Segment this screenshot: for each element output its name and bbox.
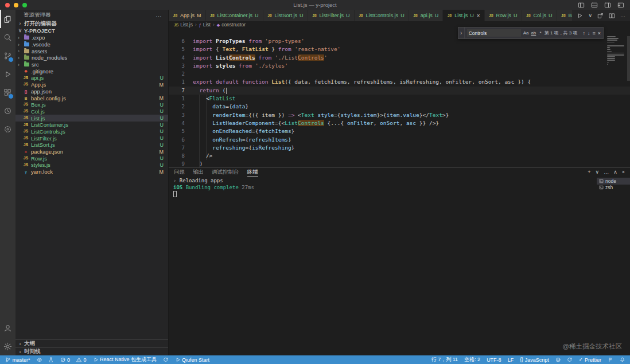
terminal-list-item-zsh[interactable]: zsh: [597, 185, 630, 191]
clock-activity-button[interactable]: [0, 101, 15, 120]
code-line[interactable]: 9 ): [169, 160, 630, 167]
files-activity-button[interactable]: [0, 10, 15, 28]
file-item-ListContainer.js[interactable]: JSListContainer.jsU: [15, 122, 168, 128]
layout-customize-icon[interactable]: [617, 2, 624, 9]
react-native-packager[interactable]: React Native 包生成工具: [93, 356, 157, 363]
split-editor-icon[interactable]: [609, 13, 615, 19]
open-editors-section[interactable]: › 打开的编辑器: [15, 20, 168, 27]
panel-tab-问题[interactable]: 问题: [174, 168, 185, 177]
code-line[interactable]: 1export default function List({ data, fe…: [169, 78, 630, 86]
file-item-List.js[interactable]: JSList.jsU: [15, 115, 168, 122]
chevron-down-icon[interactable]: ∨: [596, 170, 600, 175]
file-item-Col.js[interactable]: JSCol.jsU: [15, 108, 168, 115]
extensions-activity-button[interactable]: [0, 83, 15, 101]
terminal-list-item-node[interactable]: node: [597, 178, 630, 185]
match-case-icon[interactable]: Aa: [523, 30, 529, 36]
cursor-position[interactable]: 行 7，列 11: [431, 356, 458, 363]
file-item-ListControls.js[interactable]: JSListControls.jsU: [15, 128, 168, 135]
panel-tab-输出[interactable]: 输出: [193, 168, 204, 177]
layout-sidebar-left-icon[interactable]: [578, 2, 585, 9]
more-actions-icon[interactable]: …: [620, 13, 625, 18]
file-item-Row.js[interactable]: JSRow.jsU: [15, 155, 168, 162]
chevron-down-icon[interactable]: ∨: [588, 13, 592, 18]
code-line[interactable]: 2 data={data}: [169, 103, 630, 111]
code-line[interactable]: 5 onEndReached={fetchItems}: [169, 127, 630, 135]
folder-item-.expo[interactable]: ›.expo: [15, 34, 168, 41]
file-item-yarn.lock[interactable]: yyarn.lockM: [15, 169, 168, 175]
minimize-window-button[interactable]: [14, 3, 18, 7]
badge[interactable]: [8, 57, 14, 62]
gitlens-toggle[interactable]: [37, 356, 42, 363]
run-debug-activity-button[interactable]: [0, 65, 15, 83]
tab-App.js[interactable]: JSApp.jsM: [169, 10, 206, 21]
close-window-button[interactable]: [5, 3, 10, 7]
qiufen-start[interactable]: Qiufen Start: [175, 356, 210, 363]
timeline-section[interactable]: › 时间线: [15, 347, 168, 355]
search-activity-button[interactable]: [0, 28, 15, 46]
find-in-selection-icon[interactable]: ≡: [592, 30, 595, 36]
file-item-App.js[interactable]: JSApp.jsM: [15, 81, 168, 88]
errors-indicator[interactable]: 0: [60, 356, 71, 363]
tab-api.js[interactable]: JSapi.jsU: [409, 10, 444, 21]
panel-tab-调试控制台[interactable]: 调试控制台: [212, 168, 239, 177]
feedback[interactable]: [555, 356, 561, 363]
extension-sync[interactable]: [567, 356, 573, 363]
code-line[interactable]: 4import ListControls from './ListControl…: [169, 54, 630, 62]
flower-activity-button[interactable]: [0, 120, 15, 138]
previous-match-icon[interactable]: ↑: [582, 30, 585, 36]
file-item-.gitignore[interactable]: ◆.gitignore: [15, 68, 168, 75]
flask-button[interactable]: [48, 356, 54, 363]
language-mode[interactable]: {}JavaScript: [520, 356, 549, 363]
close-tab-icon[interactable]: ×: [477, 13, 480, 19]
breadcrumb-item-List[interactable]: ƒList: [199, 22, 211, 28]
warnings-indicator[interactable]: 0: [76, 356, 87, 363]
branch-indicator[interactable]: master*: [5, 356, 30, 363]
code-line[interactable]: 4 ListHeaderComponent={<ListControls {..…: [169, 119, 630, 127]
prettier[interactable]: ✓Prettier: [579, 356, 601, 363]
indentation[interactable]: 空格: 2: [464, 356, 480, 363]
file-item-api.js[interactable]: JSapi.jsU: [15, 75, 168, 81]
zoom-window-button[interactable]: [22, 3, 27, 7]
code-line[interactable]: 8 />: [169, 152, 630, 160]
notifications[interactable]: [620, 356, 625, 363]
file-item-styles.js[interactable]: JSstyles.jsU: [15, 162, 168, 169]
file-item-babel.config.js[interactable]: Bbabel.config.jsM: [15, 95, 168, 101]
find-input[interactable]: [467, 29, 521, 37]
layout-panel-icon[interactable]: [591, 2, 598, 9]
breadcrumb-item-List.js[interactable]: JSList.js: [174, 22, 193, 28]
file-item-ListSort.js[interactable]: JSListSort.jsU: [15, 142, 168, 148]
file-item-app.json[interactable]: {}app.json: [15, 88, 168, 95]
more-actions-icon[interactable]: …: [155, 11, 162, 18]
project-section[interactable]: ∨ Y-PROJECT: [15, 27, 168, 34]
code-line[interactable]: 1 <FlatList: [169, 95, 630, 103]
encoding[interactable]: UTF-8: [487, 356, 501, 363]
eol[interactable]: LF: [508, 356, 514, 363]
find-toggle-replace-icon[interactable]: ›: [458, 28, 465, 38]
breadcrumb-item-constructor[interactable]: ◆constructor: [217, 22, 246, 28]
layout-sidebar-right-icon[interactable]: [604, 2, 611, 9]
sync-button[interactable]: [163, 356, 169, 363]
code-line[interactable]: 3import styles from './styles': [169, 62, 630, 70]
tab-ListFilter.js[interactable]: JSListFilter.jsU: [308, 10, 355, 21]
code-line[interactable]: 2: [169, 70, 630, 78]
whole-word-icon[interactable]: ab: [531, 30, 536, 36]
next-match-icon[interactable]: ↓: [588, 30, 590, 36]
tab-ListSort.js[interactable]: JSListSort.jsU: [263, 10, 308, 21]
code-editor[interactable]: 6import PropTypes from 'prop-types'5impo…: [169, 28, 630, 167]
folder-item-assets[interactable]: ›assets: [15, 48, 168, 54]
code-line[interactable]: 7 refreshing={isRefreshing}: [169, 144, 630, 152]
file-item-ListFilter.js[interactable]: JSListFilter.jsU: [15, 135, 168, 142]
close-icon[interactable]: ×: [622, 170, 625, 175]
source-control-activity-button[interactable]: [0, 46, 15, 65]
tab-ListControls.js[interactable]: JSListControls.jsU: [355, 10, 409, 21]
panel-tab-终端[interactable]: 终端: [247, 168, 258, 177]
terminal-output[interactable]: › Reloading appsiOS Bundling complete 27…: [169, 177, 597, 355]
run-icon[interactable]: [577, 13, 583, 19]
badge[interactable]: [8, 93, 14, 99]
open-changes-icon[interactable]: [597, 13, 604, 19]
tab-Row.js[interactable]: JSRow.jsU: [485, 10, 522, 21]
account-button[interactable]: [0, 319, 15, 337]
tab-ListContainer.js[interactable]: JSListContainer.jsU: [206, 10, 263, 21]
tab-Col.js[interactable]: JSCol.jsU: [522, 10, 557, 21]
code-line[interactable]: 5import { Text, FlatList } from 'react-n…: [169, 45, 630, 53]
